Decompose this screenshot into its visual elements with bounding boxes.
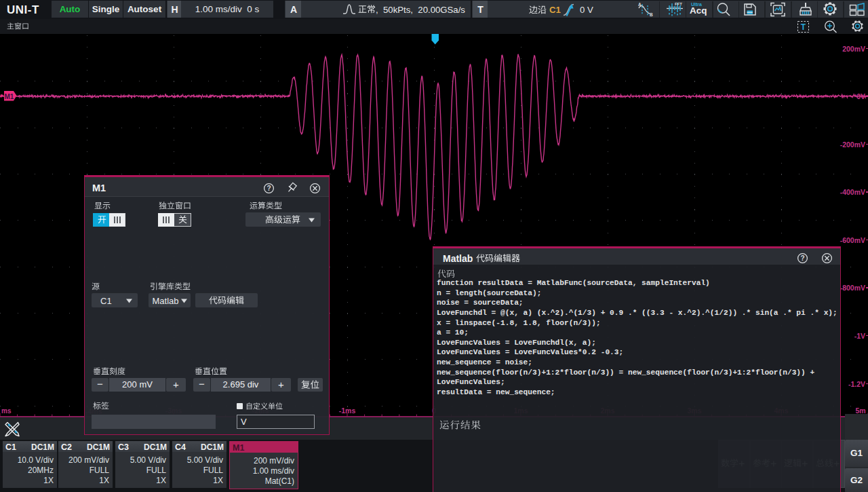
svg-text:?: ?	[800, 254, 804, 262]
svg-text:?: ?	[267, 185, 271, 192]
svg-text:M1: M1	[5, 93, 14, 100]
